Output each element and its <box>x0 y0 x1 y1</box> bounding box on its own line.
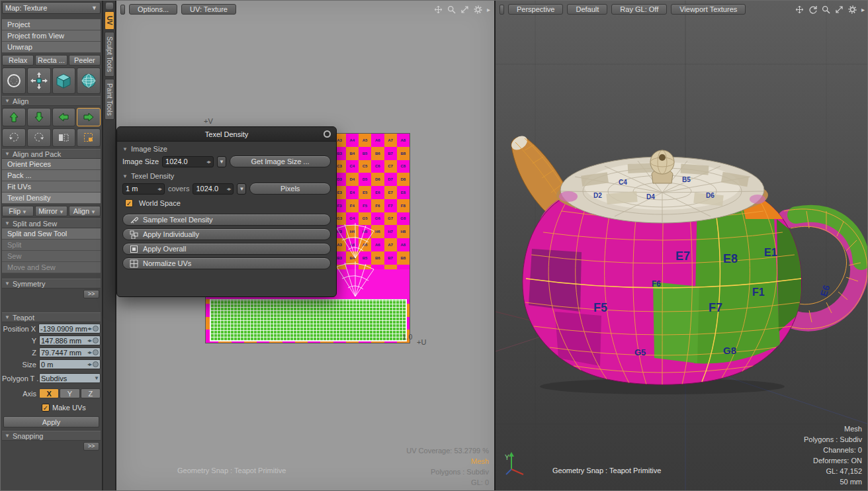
flip-dropdown[interactable]: Flip▼ <box>2 206 34 216</box>
viewport-textures-button[interactable]: Viewport Textures <box>671 4 746 15</box>
axis-y-button[interactable]: Y <box>60 388 79 398</box>
panel-more-icon[interactable]: ▸ <box>487 6 490 13</box>
green-arrow-right-icon <box>83 111 95 123</box>
relax-button[interactable]: Relax <box>2 55 34 66</box>
apply-button[interactable]: Apply <box>3 416 99 427</box>
keyframe-dot-icon[interactable] <box>93 361 99 367</box>
list-item-texel-density[interactable]: Texel Density <box>2 193 101 204</box>
peeler-button[interactable]: Peeler <box>69 55 101 66</box>
rotate-ccw-button[interactable] <box>2 128 26 147</box>
align-right-button[interactable] <box>77 108 101 126</box>
list-item-split-sew-tool[interactable]: Split and Sew Tool <box>2 228 101 240</box>
spinner-icon[interactable]: ◂▸ <box>157 186 161 192</box>
ray-gl-button[interactable]: Ray GL: Off <box>611 4 667 15</box>
spinner-icon[interactable]: ◂▸ <box>87 326 91 332</box>
axis-z-button[interactable]: Z <box>81 388 101 398</box>
transform-tool-button[interactable] <box>27 67 51 94</box>
cube-project-tool-button[interactable] <box>52 67 76 94</box>
teapot-section-header[interactable]: ▼ Teapot <box>2 312 101 322</box>
make-uvs-checkbox[interactable]: ✓ <box>42 404 50 412</box>
align-left-button[interactable] <box>52 108 76 126</box>
panel-more-icon[interactable]: ▸ <box>861 6 865 13</box>
zoom-icon[interactable] <box>822 5 830 14</box>
maximize-icon[interactable] <box>460 5 469 14</box>
keyframe-dot-icon[interactable] <box>93 337 99 343</box>
spinner-icon[interactable]: ◂▸ <box>87 349 91 355</box>
uv-select-tool-button[interactable] <box>2 67 26 94</box>
position-y-field[interactable]: 147.886 mm ◂▸ <box>39 335 101 345</box>
align-dropdown[interactable]: Align▼ <box>69 206 101 216</box>
list-item-unwrap[interactable]: Unwrap <box>2 42 101 53</box>
size-field[interactable]: 0 m ◂▸ <box>39 359 101 369</box>
symmetry-section-header[interactable]: ▼ Symmetry <box>2 279 101 289</box>
image-size-field[interactable]: 1024.0 ◂▸ <box>162 156 214 167</box>
split-sew-section-header[interactable]: ▼ Split and Sew <box>2 218 101 228</box>
dialog-pin-icon[interactable] <box>324 130 331 138</box>
list-item-pack[interactable]: Pack ... <box>2 170 101 181</box>
map-texture-dropdown[interactable]: Map: Texture ▼ <box>2 2 101 14</box>
rotate-icon[interactable] <box>808 5 817 14</box>
list-item-fit-uvs[interactable]: Fit UVs <box>2 181 101 193</box>
spinner-icon[interactable]: ◂▸ <box>206 159 210 165</box>
uv-editor-toolbar: Options... UV: Texture ▸ <box>116 1 494 18</box>
toolbar-grip[interactable] <box>120 5 125 15</box>
list-item-orient-pieces[interactable]: Orient Pieces <box>2 159 101 170</box>
world-space-checkbox[interactable]: ✓ <box>125 199 133 207</box>
zoom-icon[interactable] <box>447 5 456 14</box>
spinner-icon[interactable]: ◂▸ <box>226 186 230 192</box>
apply-overall-button[interactable]: Apply Overall <box>122 243 331 255</box>
tab-paint-tools[interactable]: Paint Tools <box>105 79 114 120</box>
apply-individually-button[interactable]: Apply Individually <box>122 228 331 240</box>
align-section-header[interactable]: ▼ Align <box>2 96 101 106</box>
keyframe-dot-icon[interactable] <box>93 326 99 332</box>
get-image-size-button[interactable]: Get Image Size ... <box>230 156 331 167</box>
snapping-section-header[interactable]: ▼ Snapping <box>2 431 101 441</box>
list-item-project[interactable]: Project <box>2 19 101 30</box>
image-size-dropdown-icon[interactable]: ▼ <box>217 156 226 167</box>
covers-label: covers <box>168 185 189 193</box>
gear-icon[interactable] <box>848 5 857 14</box>
pixels-unit-dropdown[interactable]: Pixels <box>249 183 331 195</box>
flip-shape-button[interactable] <box>52 128 76 147</box>
position-z-field[interactable]: 79.7447 mm ◂▸ <box>39 347 101 357</box>
dialog-titlebar[interactable]: Texel Density <box>117 127 336 142</box>
uv-texture-map-button[interactable]: UV: Texture <box>181 4 236 15</box>
image-size-section-header[interactable]: ▼ Image Size <box>117 142 336 154</box>
keyframe-dot-icon[interactable] <box>93 349 99 355</box>
align-pack-section-header[interactable]: ▼ Align and Pack <box>2 149 101 159</box>
tab-strip-grip[interactable] <box>106 3 113 9</box>
mirror-dropdown[interactable]: Mirror▼ <box>35 206 67 216</box>
collapse-triangle-icon: ▼ <box>122 173 128 179</box>
density-pixels-field[interactable]: 1024.0 ◂▸ <box>193 183 234 195</box>
list-item-project-from-view[interactable]: Project from View <box>2 30 101 42</box>
align-up-button[interactable] <box>2 108 26 126</box>
rotate-cw-button[interactable] <box>27 128 51 147</box>
polygon-type-dropdown[interactable]: Subdivs ▼ <box>39 373 101 383</box>
fit-region-button[interactable] <box>77 128 101 147</box>
perspective-button[interactable]: Perspective <box>508 4 563 15</box>
sample-texel-density-button[interactable]: Sample Texel Density <box>122 214 331 226</box>
position-x-field[interactable]: -139.0909 mm ◂▸ <box>38 324 101 334</box>
pan-icon[interactable] <box>434 5 443 14</box>
toolbar-grip[interactable] <box>499 5 504 15</box>
normalize-uvs-button[interactable]: Normalize UVs <box>122 257 331 269</box>
rectangle-button[interactable]: Recta ... <box>35 55 67 66</box>
texel-density-section-header[interactable]: ▼ Texel Density <box>117 169 336 181</box>
maximize-icon[interactable] <box>835 5 844 14</box>
tab-sculpt-tools[interactable]: Sculpt Tools <box>105 32 114 77</box>
tab-uv[interactable]: UV <box>105 11 114 30</box>
viewport-3d-panel[interactable]: E7E8E1F5F7F1F6G8G5E6C4D4B5D6D2 Y Perspec… <box>496 1 868 491</box>
spinner-icon[interactable]: ◂▸ <box>87 337 91 343</box>
symmetry-expand-button[interactable]: >> <box>83 290 99 298</box>
pixels-dropdown-icon[interactable]: ▼ <box>237 183 246 195</box>
sphere-project-tool-button[interactable] <box>77 67 101 94</box>
default-shading-button[interactable]: Default <box>567 4 607 15</box>
gear-icon[interactable] <box>474 5 482 14</box>
pan-icon[interactable] <box>795 5 804 14</box>
axis-x-button[interactable]: X <box>39 388 59 398</box>
align-down-button[interactable] <box>27 108 51 126</box>
snapping-expand-button[interactable]: >> <box>83 442 99 451</box>
density-size-field[interactable]: 1 m ◂▸ <box>122 183 165 195</box>
spinner-icon[interactable]: ◂▸ <box>87 361 91 367</box>
options-button[interactable]: Options... <box>129 4 177 15</box>
